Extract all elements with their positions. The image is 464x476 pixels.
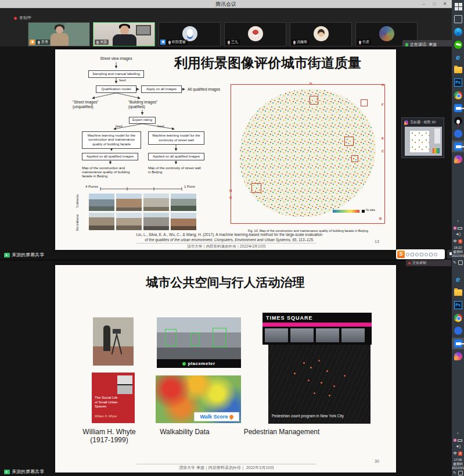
map-marker-B: B	[379, 217, 382, 220]
caption-whyte: William H. Whyte(1917-1999)	[71, 428, 147, 444]
minimize-button[interactable]: –	[419, 1, 429, 8]
continuous-label: Continuous	[76, 194, 79, 207]
internet-explorer-icon[interactable]: e	[454, 53, 462, 62]
pen-icon: ✎	[453, 471, 456, 475]
streetview-photo	[116, 213, 142, 230]
input-mode-icon[interactable]	[406, 253, 409, 256]
map-marker-F: F	[382, 103, 384, 106]
flow-feed-3: feed	[157, 124, 164, 128]
walkscore-logo: Walk Score	[194, 412, 239, 421]
mic-muted-icon	[359, 41, 361, 44]
paint3d-icon[interactable]	[454, 155, 462, 163]
hidden-icons-chevron[interactable]: ‹	[452, 431, 464, 435]
footer-divider	[136, 464, 316, 464]
participant-3-namechip: 欧阳雯敏	[167, 40, 188, 45]
window-title: 腾讯会议	[0, 1, 452, 8]
slide-30: 城市公共空间与行人活动治理 The Social Life of Small U…	[55, 265, 396, 473]
flow-all-qualified-images: All qualified images	[188, 87, 228, 92]
map-legend-gradient	[333, 210, 359, 213]
mic-muted-icon	[168, 41, 171, 44]
hidden-icons-chevron[interactable]: ‹	[452, 219, 464, 223]
task-view-button[interactable]	[454, 15, 462, 23]
meeting-app-icon[interactable]	[454, 104, 462, 112]
keyboard-icon[interactable]	[429, 253, 433, 256]
tray-status-icons[interactable]	[453, 439, 463, 442]
mic-muted-icon	[293, 41, 296, 44]
input-method-tray[interactable]: 中 S	[452, 451, 464, 456]
recording-indicator: 录制中	[0, 15, 452, 22]
scale-right-label: 1 Point	[184, 185, 195, 188]
photoshop-icon[interactable]: Ps	[454, 78, 462, 87]
punctuation-icon[interactable]	[415, 253, 419, 256]
screen-share-icon	[4, 253, 10, 257]
flow-street-view-images: Street view images	[85, 56, 147, 61]
placemeter-label: placemeter	[188, 361, 215, 366]
recording-label: 录制中	[19, 15, 31, 21]
shared-screen-recording-bar: 正在录制	[406, 260, 451, 266]
sogou-tray-icon: S	[458, 239, 462, 244]
screen-share-2: 城市公共空间与行人活动治理 The Social Life of Small U…	[0, 260, 452, 476]
photoshop-icon[interactable]: Ps	[454, 301, 462, 309]
clock-date[interactable]: 2022/3/10	[452, 466, 464, 470]
clock-time[interactable]: 17:06	[452, 458, 464, 461]
flow-applied-2: Applied on all qualified images	[148, 153, 204, 160]
touch-keyboard-row[interactable]: ✎	[452, 471, 464, 475]
qq-icon[interactable]	[454, 117, 462, 125]
participant-3-name: 欧阳雯敏	[172, 40, 186, 45]
sogou-tray-icon: S	[458, 452, 462, 456]
toolbox-icon[interactable]	[434, 253, 437, 256]
flow-building-images: “Building images”(qualified)	[128, 100, 164, 109]
voice-icon[interactable]	[425, 253, 428, 256]
slide-footer: 清华大学 来源｜内部资料请勿外传｜ 2022年3月10日	[113, 465, 340, 471]
fullhalf-icon[interactable]	[411, 253, 414, 256]
streetview-photo	[171, 213, 196, 230]
touch-keyboard-row[interactable]: ✎	[452, 260, 464, 265]
participant-video-4[interactable]: 三九	[224, 22, 286, 46]
clock-date[interactable]: 2022/3/10	[452, 254, 464, 257]
nyc-pedestrian-map: Pedestrian count program in New York Cit…	[268, 345, 371, 424]
maximize-button[interactable]: □	[430, 1, 439, 8]
sogou-input-toolbar[interactable]: S	[396, 249, 445, 259]
pedestrian-count-dots	[303, 362, 305, 364]
file-explorer-icon[interactable]	[454, 289, 462, 296]
start-button[interactable]	[454, 2, 462, 10]
input-method-tray[interactable]: 中 S	[452, 239, 464, 244]
window-titlebar: 腾讯会议 – □ ✕	[0, 0, 452, 8]
close-button[interactable]: ✕	[440, 1, 449, 8]
map-sample-box	[310, 96, 318, 105]
volume-icon[interactable]: ◄)	[452, 232, 464, 236]
edge-icon[interactable]	[454, 28, 462, 36]
paint3d-preview-thumbnail[interactable]	[405, 127, 442, 156]
tencent-docs-icon[interactable]	[454, 327, 462, 335]
emoji-icon[interactable]	[420, 253, 423, 256]
clock-time[interactable]: 16:22	[452, 246, 464, 249]
tencent-docs-icon[interactable]	[454, 130, 462, 138]
participant-video-5[interactable]: 汤姆斯	[290, 22, 352, 46]
participant-video-1[interactable]: 贾秀	[28, 22, 90, 46]
paint3d-taskbar-preview[interactable]: 无标题 - 画图 3D	[401, 117, 444, 158]
clock-weekday[interactable]: 星期四	[452, 250, 464, 254]
meeting-app-active-icon[interactable]	[454, 142, 462, 151]
chrome-icon[interactable]	[454, 91, 462, 99]
volume-icon[interactable]: ◄)	[452, 444, 464, 448]
caption-walkability: Walkability Data	[147, 428, 222, 436]
clock-weekday[interactable]: 星期四	[452, 462, 464, 466]
participant-video-3[interactable]: 欧阳雯敏	[159, 22, 221, 46]
internet-explorer-icon[interactable]: e	[454, 275, 462, 284]
sogou-logo-icon[interactable]: S	[397, 250, 405, 258]
map-nodata-swatch	[362, 210, 365, 213]
streetview-photo	[116, 194, 142, 211]
participant-2-name: 来源	[100, 40, 107, 45]
chrome-icon[interactable]	[454, 314, 462, 322]
paint3d-icon[interactable]	[454, 352, 462, 360]
flow-qualification-model: Qualification model	[96, 85, 136, 93]
wechat-icon[interactable]	[454, 41, 462, 49]
footer-divider	[136, 243, 316, 244]
participant-4-name: 三九	[231, 40, 238, 45]
tray-status-icons[interactable]	[453, 227, 463, 230]
map-sample-box	[351, 155, 358, 162]
page-number: 30	[375, 459, 379, 463]
participant-video-2[interactable]: 来源	[93, 22, 155, 46]
file-explorer-icon[interactable]	[454, 67, 462, 73]
meeting-app-active-icon[interactable]	[454, 339, 462, 348]
